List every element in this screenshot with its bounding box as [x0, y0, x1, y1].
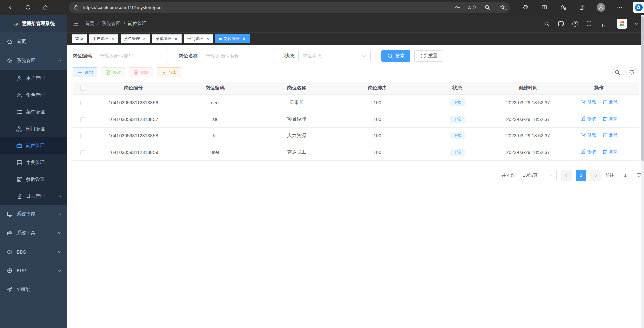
breadcrumb-home[interactable]: 首页 [85, 21, 94, 27]
status-select[interactable]: 岗位状态 [298, 50, 371, 62]
header-search-icon[interactable] [542, 19, 551, 28]
page-size-select[interactable]: 10条/页 [519, 170, 557, 181]
chevron-down-icon[interactable] [633, 21, 639, 27]
goto-page-input[interactable] [618, 170, 633, 181]
row-delete-link[interactable]: 删除 [602, 99, 618, 105]
reset-button[interactable]: 重置 [414, 50, 443, 62]
chevron-down-icon [548, 172, 554, 178]
sidebar: 意框架管理系统 首页 系统管理 用户管理 角色管理 [0, 15, 67, 328]
sidebar-item-system-monitoring[interactable]: 系统监控 [0, 205, 67, 224]
browser-profile-avatar[interactable] [595, 2, 607, 13]
close-icon[interactable]: × [205, 37, 210, 41]
bing-sidebar-icon[interactable]: b [633, 2, 644, 13]
paper-plane-icon [7, 287, 13, 293]
delete-button[interactable]: 删除 [129, 67, 153, 77]
list-icon [16, 109, 22, 115]
sidebar-item-post-management[interactable]: 岗位管理 [0, 137, 67, 154]
prev-page-button[interactable] [561, 170, 572, 181]
address-bar[interactable]: https://ccnetcore.com:1101/system/post A… [69, 2, 510, 13]
sidebar-item-system-tools[interactable]: 系统工具 [0, 224, 67, 242]
select-all-checkbox[interactable] [80, 86, 85, 91]
edit-icon [580, 116, 586, 122]
post-table: 岗位编号 岗位编码 岗位名称 岗位排序 状态 创建时间 操作 164103059… [73, 82, 639, 161]
close-icon[interactable]: × [110, 37, 115, 41]
sidebar-menu: 首页 系统管理 用户管理 角色管理 菜单管理 [0, 32, 67, 299]
browser-home-button[interactable] [39, 2, 52, 13]
tab-post-management[interactable]: 岗位管理 × [215, 34, 250, 43]
row-edit-link[interactable]: 修改 [580, 99, 596, 105]
browser-back-button[interactable] [4, 2, 17, 13]
github-icon[interactable] [556, 19, 565, 28]
user-avatar[interactable] [617, 19, 627, 29]
sidebar-item-log-management[interactable]: 日志管理 [0, 188, 67, 205]
row-checkbox[interactable] [80, 101, 85, 105]
add-favorite-icon[interactable]: + [497, 3, 507, 12]
fullscreen-icon[interactable] [585, 19, 594, 28]
sidebar-item-user-management[interactable]: 用户管理 [0, 70, 67, 87]
sidebar-item-system-management[interactable]: 系统管理 [0, 51, 67, 70]
export-button[interactable]: 导出 [157, 67, 181, 77]
sidebar-item-dictionary-management[interactable]: 字典管理 [0, 154, 67, 171]
row-delete-link[interactable]: 删除 [602, 132, 618, 138]
chevron-down-icon [57, 211, 63, 217]
zoom-out-icon[interactable] [482, 3, 493, 12]
extensions-icon[interactable] [519, 2, 532, 13]
column-created: 创建时间 [497, 82, 559, 94]
row-delete-link[interactable]: 删除 [602, 149, 618, 155]
sidebar-item-menu-management[interactable]: 菜单管理 [0, 104, 67, 121]
sidebar-collapse-icon[interactable] [73, 21, 79, 27]
sidebar-item-department-management[interactable]: 部门管理 [0, 121, 67, 137]
search-icon [614, 69, 620, 75]
cell-post-sort: 100 [337, 94, 418, 111]
search-button[interactable]: 搜索 [381, 50, 410, 62]
row-edit-link[interactable]: 修改 [580, 149, 596, 155]
toggle-search-button[interactable] [612, 67, 622, 77]
close-icon[interactable]: × [242, 37, 246, 41]
page-scrollbar[interactable] [641, 15, 644, 328]
tab-home[interactable]: 首页 [72, 34, 87, 43]
close-icon[interactable]: × [142, 37, 147, 41]
next-page-button[interactable] [590, 170, 601, 181]
favorites-icon[interactable] [557, 2, 569, 13]
split-screen-icon[interactable] [538, 2, 550, 13]
tab-role-management[interactable]: 角色管理 × [121, 34, 150, 43]
browser-menu-icon[interactable] [614, 2, 626, 13]
sidebar-item-home[interactable]: 首页 [0, 32, 67, 51]
post-name-input[interactable] [202, 50, 274, 62]
browser-refresh-button[interactable] [22, 2, 34, 13]
refresh-icon [629, 69, 635, 75]
tab-department-management[interactable]: 部门管理 × [184, 34, 213, 43]
sidebar-item-erp[interactable]: ERP [0, 261, 67, 280]
row-checkbox[interactable] [80, 150, 85, 155]
row-checkbox[interactable] [80, 117, 85, 122]
add-button[interactable]: 新增 [73, 67, 97, 77]
sidebar-item-parameter-settings[interactable]: 参数设置 [0, 171, 67, 188]
scrollbar-thumb[interactable] [641, 16, 644, 161]
sidebar-item-yi-framework[interactable]: Yi框架 [0, 280, 67, 299]
table-toolbar: 新增 修改 删除 导出 [73, 67, 639, 77]
sidebar-item-bbs[interactable]: BBS [0, 242, 67, 261]
breadcrumb-system[interactable]: 系统管理 [102, 21, 121, 27]
sidebar-submenu-system: 用户管理 角色管理 菜单管理 部门管理 岗位管理 [0, 70, 67, 205]
row-checkbox[interactable] [80, 134, 85, 138]
refresh-table-button[interactable] [626, 67, 637, 77]
collections-icon[interactable] [576, 2, 588, 13]
page-number-1[interactable]: 1 [576, 170, 586, 181]
row-edit-link[interactable]: 修改 [580, 116, 596, 122]
cell-post-id: 1641030593112313859 [93, 144, 174, 160]
cell-created: 2023-03-29 18:52:37 [497, 127, 559, 144]
post-code-input[interactable] [96, 50, 168, 62]
document-icon [16, 193, 22, 199]
row-delete-link[interactable]: 删除 [602, 116, 618, 122]
help-icon[interactable]: ? [571, 19, 579, 28]
chevron-right-icon [593, 172, 599, 178]
password-key-icon[interactable] [453, 3, 463, 12]
edit-button[interactable]: 修改 [101, 67, 125, 77]
tab-menu-management[interactable]: 菜单管理 × [152, 34, 182, 43]
tab-user-management[interactable]: 用户管理 × [89, 34, 118, 43]
read-aloud-icon[interactable]: A [468, 3, 478, 12]
row-edit-link[interactable]: 修改 [580, 132, 596, 138]
font-size-icon[interactable]: TT [599, 19, 608, 28]
sidebar-item-role-management[interactable]: 角色管理 [0, 87, 67, 104]
close-icon[interactable]: × [174, 37, 178, 41]
